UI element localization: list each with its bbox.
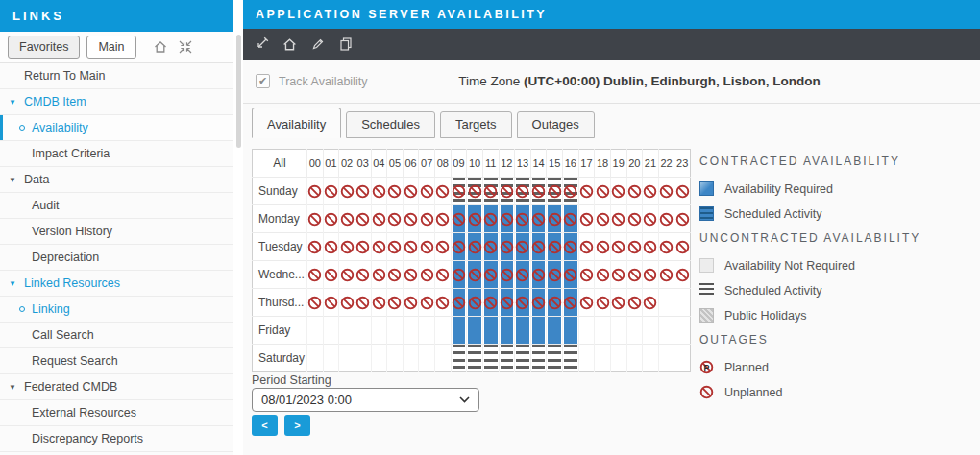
grid-cell[interactable] [626,317,643,345]
grid-cell[interactable] [451,261,467,289]
grid-cell[interactable] [403,205,419,233]
grid-hour-header[interactable]: 23 [674,150,691,178]
grid-cell[interactable] [515,178,531,205]
grid-hour-header[interactable]: 10 [467,150,483,178]
grid-cell[interactable] [643,289,659,317]
grid-cell[interactable] [563,178,579,205]
grid-cell[interactable] [387,178,404,205]
sidebar-item-return-to-main[interactable]: Return To Main [0,63,233,89]
grid-cell[interactable] [674,261,691,289]
grid-hour-header[interactable]: 01 [323,150,339,178]
grid-cell[interactable] [499,178,515,205]
grid-cell[interactable] [371,233,387,261]
sidebar-item-call-search[interactable]: Call Search [0,323,233,348]
grid-cell[interactable] [674,178,691,205]
grid-cell[interactable] [371,345,387,372]
grid-cell[interactable] [563,233,579,261]
tab-main[interactable]: Main [86,36,135,59]
grid-cell[interactable] [643,345,659,372]
grid-cell[interactable] [339,205,355,233]
sidebar-item-cmdb-item[interactable]: ▼CMDB Item [0,89,233,115]
grid-cell[interactable] [482,261,499,289]
grid-cell[interactable] [547,345,563,372]
grid-day-label[interactable]: Thursd... [253,289,307,317]
sidebar-scrollbar-thumb[interactable] [236,35,241,148]
grid-cell[interactable] [547,289,563,317]
dock-arrow-icon[interactable] [254,36,269,52]
grid-cell[interactable] [674,289,691,317]
grid-cell[interactable] [323,205,339,233]
grid-cell[interactable] [307,178,324,205]
grid-hour-header[interactable]: 19 [610,150,626,178]
grid-hour-header[interactable]: 11 [482,150,499,178]
tab-targets[interactable]: Targets [440,111,512,138]
grid-cell[interactable] [387,317,404,345]
grid-cell[interactable] [530,205,547,233]
grid-hour-header[interactable]: 04 [371,150,387,178]
grid-cell[interactable] [387,345,404,372]
grid-cell[interactable] [323,261,339,289]
grid-cell[interactable] [674,317,691,345]
grid-cell[interactable] [323,317,339,345]
tab-schedules[interactable]: Schedules [346,111,435,138]
grid-cell[interactable] [435,289,452,317]
grid-cell[interactable] [530,317,547,345]
grid-cell[interactable] [563,345,579,372]
grid-cell[interactable] [626,261,643,289]
grid-hour-header[interactable]: 08 [435,150,452,178]
grid-cell[interactable] [435,345,452,372]
grid-cell[interactable] [595,345,611,372]
grid-cell[interactable] [499,233,515,261]
tab-outages[interactable]: Outages [517,111,595,138]
grid-cell[interactable] [435,317,452,345]
expand-arrow-icon[interactable]: ▼ [9,98,16,107]
collapse-icon[interactable] [178,39,193,55]
next-period-button[interactable]: > [284,415,310,436]
grid-cell[interactable] [563,205,579,233]
grid-cell[interactable] [578,178,595,205]
expand-arrow-icon[interactable]: ▼ [9,383,16,392]
previous-period-button[interactable]: < [252,415,278,436]
grid-cell[interactable] [658,205,674,233]
grid-cell[interactable] [658,289,674,317]
grid-cell[interactable] [307,289,324,317]
grid-cell[interactable] [499,205,515,233]
grid-cell[interactable] [307,261,324,289]
grid-hour-header[interactable]: 07 [419,150,435,178]
grid-cell[interactable] [451,178,467,205]
grid-cell[interactable] [307,205,324,233]
grid-hour-header[interactable]: 02 [339,150,355,178]
expand-arrow-icon[interactable]: ▼ [9,176,16,184]
grid-cell[interactable] [595,261,611,289]
grid-cell[interactable] [499,345,515,372]
grid-cell[interactable] [547,233,563,261]
grid-cell[interactable] [323,233,339,261]
sidebar-item-linking[interactable]: Linking [0,297,233,323]
grid-cell[interactable] [610,289,626,317]
grid-cell[interactable] [578,261,595,289]
tab-favorites[interactable]: Favorites [8,36,80,59]
grid-cell[interactable] [563,317,579,345]
grid-cell[interactable] [435,205,452,233]
sidebar-item-data[interactable]: ▼Data [0,167,233,193]
sidebar-item-version-history[interactable]: Version History [0,219,233,245]
grid-hour-header[interactable]: 20 [626,150,643,178]
tab-availability[interactable]: Availability [252,108,341,138]
grid-cell[interactable] [307,345,324,372]
grid-cell[interactable] [658,345,674,372]
grid-cell[interactable] [467,261,483,289]
sidebar-item-availability[interactable]: Availability [0,115,233,141]
grid-cell[interactable] [578,317,595,345]
grid-cell[interactable] [403,233,419,261]
grid-cell[interactable] [467,345,483,372]
grid-cell[interactable] [530,178,547,205]
grid-hour-header[interactable]: 13 [515,150,531,178]
sidebar-item-external-resources[interactable]: External Resources [0,400,233,426]
grid-cell[interactable] [626,233,643,261]
grid-cell[interactable] [355,178,371,205]
grid-cell[interactable] [595,233,611,261]
period-starting-select[interactable]: 08/01/2023 0:00 [252,388,479,412]
grid-cell[interactable] [578,233,595,261]
grid-cell[interactable] [547,317,563,345]
grid-cell[interactable] [387,205,404,233]
